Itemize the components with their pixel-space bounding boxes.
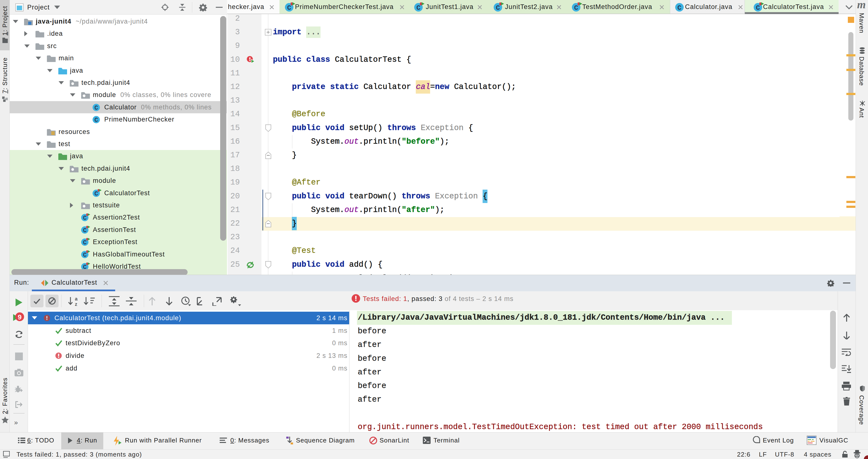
svg-text:z: z [75, 302, 77, 306]
svg-text:C: C [94, 104, 98, 112]
svg-text:C: C [83, 239, 87, 246]
svg-text:C: C [83, 252, 87, 259]
svg-text:a: a [75, 297, 78, 302]
svg-text:C: C [94, 190, 98, 197]
svg-text:C: C [83, 227, 87, 234]
svg-text:C: C [83, 215, 87, 222]
svg-text:C: C [94, 117, 98, 124]
svg-text:C: C [678, 4, 682, 12]
svg-text:9: 9 [18, 313, 22, 321]
